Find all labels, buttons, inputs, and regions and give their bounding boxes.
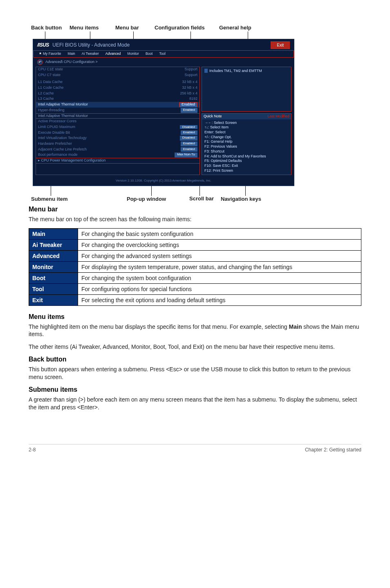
row-ht[interactable]: Hyper-threading [38,108,65,113]
menu-advanced[interactable]: Advanced [102,50,124,57]
chapter-title: Chapter 2: Getting started [305,447,361,453]
breadcrumb: ↶ Advanced\ CPU Configuration > [33,58,294,67]
label-menu-items: Menu items [69,25,115,31]
row-apc[interactable]: Active Processor Cores [38,119,76,124]
menu-table: MainFor changing the basic system config… [29,228,361,306]
row-acl[interactable]: Adjacent Cache Line Prefetch [38,147,87,152]
help-text: Includes TM1, TM2 and EMTTM [209,69,262,74]
menu-favorite[interactable]: My Favorite [36,50,64,57]
para-menuitems-1: The highlighted item on the menu bar dis… [29,323,361,339]
row-l3: L3 Cache [38,97,54,101]
cell-mon-l: Monitor [29,261,78,272]
row-bpm[interactable]: Boot performance mode [38,153,78,157]
pointer-lines-bottom [33,186,361,196]
label-submenu: Submenu item [29,196,127,202]
field-iatm[interactable]: Enabled [179,102,197,107]
cell-exit-d: For selecting the exit options and loadi… [78,294,361,305]
row-submenu-cpm[interactable]: ▸ CPU Power Management Configuration [36,158,200,164]
para-menuitems-2: The other items (Ai Tweaker, Advanced, M… [29,343,361,351]
cell-boot-d: For changing the system boot configurati… [78,272,361,283]
back-icon[interactable]: ↶ [37,59,43,65]
row-ivt[interactable]: Intel Virtualization Technology [38,136,87,141]
breadcrumb-text: Advanced\ CPU Configuration > [45,60,98,65]
cell-mon-d: For displaying the system temperature, p… [78,261,361,272]
bios-screenshot: /ISUS UEFI BIOS Utility - Advanced Mode … [33,39,294,186]
para-back: This button appears when entering a subm… [29,366,361,381]
menu-main[interactable]: Main [64,50,78,57]
bios-menubar: My Favorite Main Ai Tweaker Advanced Mon… [33,50,294,58]
navigation-keys-box: Quick NoteLast Modified →←: Select Scree… [202,113,291,175]
field-bpm[interactable]: Max Non-Tu [175,153,197,157]
menu-tweaker[interactable]: Ai Tweaker [78,50,102,57]
para-menubar: The menu bar on top of the screen has th… [29,215,361,223]
annotated-diagram: Back button Menu items Menu bar Configur… [29,25,361,202]
label-menu-bar: Menu bar [115,25,155,31]
popup-window: Intel Adaptive Thermal Monitor [36,113,200,119]
bios-title: UEFI BIOS Utility - Advanced Mode [52,42,130,48]
row-l1d: L1 Data Cache [38,80,63,85]
pointer-lines-top [29,31,361,39]
quick-note[interactable]: Quick Note [204,114,222,119]
last-modified[interactable]: Last Modified [267,114,289,119]
bios-settings-list: CPU C1E stateSupport CPU C7 stateSupport… [36,67,200,175]
row-iatm[interactable]: Intel Adaptive Thermal Monitor [38,102,88,107]
heading-menuitems: Menu items [29,313,361,321]
help-box: Includes TM1, TM2 and EMTTM [202,67,291,112]
cell-tool-l: Tool [29,283,78,294]
row-hpf[interactable]: Hardware Prefetcher [38,141,72,146]
cell-adv-l: Advanced [29,250,78,261]
heading-back: Back button [29,356,361,363]
bios-logo: /ISUS [37,42,49,48]
cell-main-d: For changing the basic system configurat… [78,228,361,239]
cell-tool-d: For configuring options for special func… [78,283,361,294]
cell-adv-d: For changing the advanced system setting… [78,250,361,261]
field-ht[interactable]: Enabled [181,108,197,113]
scrollbar-thumb[interactable] [204,69,208,73]
field-acl[interactable]: Enabled [181,147,197,152]
label-back-button: Back button [29,25,69,31]
cell-ai-d: For changing the overclocking settings [78,239,361,250]
row-lcm[interactable]: Limit CPUID Maximum [38,125,75,130]
label-nav: Navigation keys [221,196,294,202]
bios-version: Version 2.10.1208. Copyright (C) 2013 Am… [33,177,294,183]
menu-tool[interactable]: Tool [156,50,169,57]
page-number: 2-8 [29,447,36,453]
row-l1c: L1 Code Cache [38,85,64,90]
label-general-help: General help [219,25,268,31]
menu-boot[interactable]: Boot [142,50,156,57]
para-submenu: A greater than sign (>) before each item… [29,396,361,411]
row-c1e[interactable]: CPU C1E state [38,67,63,72]
row-l2: L2 Cache [38,91,54,96]
field-hpf[interactable]: Enabled [181,141,197,146]
top-label-row: Back button Menu items Menu bar Configur… [29,25,361,31]
cell-exit-l: Exit [29,294,78,305]
cell-boot-l: Boot [29,272,78,283]
exit-button[interactable]: Exit [271,41,290,49]
row-c7[interactable]: CPU C7 state [38,73,61,78]
cell-main-l: Main [29,228,78,239]
heading-submenu: Submenu items [29,386,361,393]
field-ivt[interactable]: Disabled [180,136,197,141]
label-config-fields: Configuration fields [155,25,219,31]
menu-monitor[interactable]: Monitor [124,50,142,57]
cell-ai-l: Ai Tweaker [29,239,78,250]
heading-menubar: Menu bar [29,206,361,213]
row-exd[interactable]: Execute Disable Bit [38,130,70,135]
page-footer: 2-8 Chapter 2: Getting started [29,444,361,453]
